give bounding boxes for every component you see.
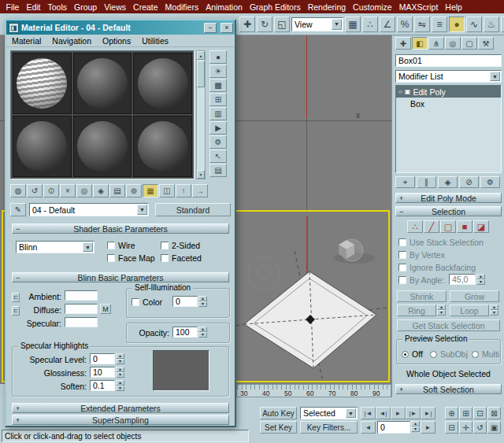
faceted-checkbox[interactable]: Faceted bbox=[161, 253, 202, 263]
stack-row-box[interactable]: Box bbox=[396, 98, 501, 109]
ambient-color-swatch[interactable] bbox=[65, 290, 98, 301]
object-name-field[interactable]: Box01 bbox=[395, 54, 502, 67]
self-illum-spinner[interactable]: ▴ ▾ bbox=[198, 296, 207, 307]
scroll-up-icon[interactable]: ▲ bbox=[197, 51, 205, 60]
ring-spinner[interactable]: ▴ ▾ bbox=[437, 305, 446, 316]
use-stack-selection-checkbox[interactable]: Use Stack Selection bbox=[398, 238, 484, 247]
make-unique-icon[interactable]: ◈ bbox=[93, 184, 109, 198]
reference-coordinate-dropdown[interactable]: View ▼ bbox=[291, 17, 343, 31]
checkbox[interactable] bbox=[398, 251, 406, 259]
stack-row-edit-poly[interactable]: ○ ▣ Edit Poly bbox=[396, 86, 501, 98]
sample-slot[interactable] bbox=[73, 116, 132, 177]
goto-start-icon[interactable]: |◄ bbox=[361, 407, 376, 419]
grow-button[interactable]: Grow bbox=[450, 290, 499, 302]
utilities-tab-icon[interactable]: ⚒ bbox=[478, 37, 494, 50]
radio[interactable] bbox=[430, 351, 437, 358]
motion-tab-icon[interactable]: ◎ bbox=[445, 37, 461, 50]
lock-ambient-diffuse-icon[interactable]: ⊏ bbox=[12, 293, 20, 302]
by-vertex-checkbox[interactable]: By Vertex bbox=[398, 250, 445, 260]
next-frame-icon[interactable]: ► bbox=[421, 421, 435, 434]
menu-views[interactable]: Views bbox=[101, 2, 130, 12]
rollout-soft-selection[interactable]: + Soft Selection bbox=[395, 384, 502, 394]
spinner-up-icon[interactable]: ▴ bbox=[116, 367, 124, 372]
vertex-mode-icon[interactable]: ∴ bbox=[407, 220, 423, 233]
rollout-blinn-basic[interactable]: − Blinn Basic Parameters bbox=[12, 272, 229, 282]
selection-set-dropdown[interactable]: Selected ▼ bbox=[300, 407, 358, 419]
goto-end-icon[interactable]: ►| bbox=[421, 407, 435, 419]
material-name-dropdown[interactable]: 04 - Default ▼ bbox=[29, 203, 149, 216]
scroll-down-icon[interactable]: ▼ bbox=[197, 170, 205, 179]
lock-diffuse-specular-icon[interactable]: ⊏ bbox=[12, 306, 20, 316]
wire-checkbox[interactable]: Wire bbox=[107, 241, 135, 250]
move-icon[interactable]: ✚ bbox=[239, 17, 255, 32]
go-to-parent-icon[interactable]: ↑ bbox=[176, 184, 191, 198]
quick-render-icon[interactable]: ♨ bbox=[501, 17, 504, 32]
modifier-stack[interactable]: ○ ▣ Edit Poly Box bbox=[395, 85, 502, 173]
material-navigator-icon[interactable]: ▤ bbox=[209, 164, 227, 177]
rollout-shader-basic[interactable]: − Shader Basic Parameters bbox=[12, 223, 229, 234]
sample-slot[interactable] bbox=[73, 53, 132, 114]
pan-icon[interactable]: ✛ bbox=[459, 421, 472, 434]
make-copy-icon[interactable]: ◎ bbox=[76, 184, 92, 198]
material-editor-icon[interactable]: ● bbox=[449, 17, 465, 32]
sample-tiling-icon[interactable]: ⊞ bbox=[209, 93, 227, 106]
preview-off-radio[interactable]: Off bbox=[402, 349, 423, 359]
chevron-down-icon[interactable]: ▼ bbox=[332, 19, 342, 30]
close-icon[interactable]: × bbox=[220, 23, 233, 33]
menu-help[interactable]: Help bbox=[442, 2, 466, 12]
sample-slot-active[interactable] bbox=[13, 53, 72, 114]
specular-color-swatch[interactable] bbox=[65, 317, 98, 327]
menu-modifiers[interactable]: Modifiers bbox=[161, 2, 202, 12]
chevron-down-icon[interactable]: ▼ bbox=[137, 205, 147, 215]
opacity-spinner[interactable]: ▴ ▾ bbox=[198, 327, 207, 338]
sample-type-icon[interactable]: ● bbox=[209, 50, 227, 64]
glossiness-spinner[interactable]: ▴ ▾ bbox=[116, 367, 124, 378]
menu-create[interactable]: Create bbox=[130, 2, 162, 12]
preview-multi-radio[interactable]: Multi bbox=[472, 349, 499, 359]
minimize-icon[interactable]: − bbox=[204, 23, 217, 33]
modify-tab-icon[interactable]: ◧ bbox=[412, 37, 428, 50]
zoom-extents-icon[interactable]: ⊡ bbox=[473, 407, 487, 419]
loop-spinner[interactable]: ▴ ▾ bbox=[490, 305, 498, 316]
get-stack-selection-button[interactable]: Get Stack Selection bbox=[397, 319, 500, 331]
material-type-button[interactable]: Standard bbox=[155, 203, 231, 216]
go-forward-icon[interactable]: → bbox=[192, 184, 208, 198]
checkbox[interactable] bbox=[161, 242, 169, 249]
ignore-backfacing-checkbox[interactable]: Ignore Backfacing bbox=[398, 263, 476, 272]
menu-rendering[interactable]: Rendering bbox=[304, 2, 349, 12]
specular-level-field[interactable]: 0 bbox=[90, 353, 115, 364]
zoom-all-icon[interactable]: ⊞ bbox=[459, 407, 472, 419]
specular-level-spinner[interactable]: ▴ ▾ bbox=[116, 353, 124, 364]
pick-material-eyedropper-icon[interactable]: ✎ bbox=[10, 203, 26, 216]
menu-edit[interactable]: Edit bbox=[23, 2, 44, 12]
render-setup-icon[interactable]: ♨ bbox=[484, 17, 499, 32]
sample-scrollbar[interactable]: ▲ ▼ bbox=[196, 50, 206, 179]
menu-options[interactable]: Options bbox=[97, 36, 136, 46]
align-icon[interactable]: ≡ bbox=[432, 17, 447, 32]
spinner-down-icon[interactable]: ▾ bbox=[437, 310, 446, 316]
spinner-down-icon[interactable]: ▾ bbox=[198, 332, 207, 338]
menu-animation[interactable]: Animation bbox=[202, 2, 246, 12]
prev-key-icon[interactable]: ◄| bbox=[376, 407, 391, 419]
menu-group[interactable]: Group bbox=[71, 2, 101, 12]
spinner-up-icon[interactable]: ▴ bbox=[116, 380, 124, 386]
next-key-icon[interactable]: |► bbox=[406, 407, 421, 419]
video-color-check-icon[interactable]: ▥ bbox=[209, 107, 227, 120]
spinner-down-icon[interactable]: ▾ bbox=[476, 279, 485, 285]
bulb-icon[interactable]: ○ bbox=[398, 88, 402, 95]
frame-spinner[interactable]: ▴ ▾ bbox=[411, 421, 420, 432]
sample-slot[interactable] bbox=[13, 116, 72, 177]
assign-to-selection-icon[interactable]: ⊙ bbox=[43, 184, 59, 198]
chevron-down-icon[interactable]: ▼ bbox=[490, 72, 500, 81]
play-icon[interactable]: ► bbox=[391, 407, 406, 419]
scroll-thumb[interactable] bbox=[197, 61, 205, 87]
sample-slot[interactable] bbox=[133, 53, 192, 114]
percent-snap-icon[interactable]: % bbox=[397, 17, 413, 32]
configure-sets-icon[interactable]: ⚙ bbox=[480, 176, 500, 188]
select-by-material-icon[interactable]: ↖ bbox=[209, 150, 227, 163]
reset-map-icon[interactable]: × bbox=[60, 184, 76, 198]
mirror-icon[interactable]: ⇋ bbox=[414, 17, 430, 32]
current-frame-field[interactable]: 0 bbox=[377, 421, 410, 434]
spinner-up-icon[interactable]: ▴ bbox=[116, 353, 124, 359]
checkbox[interactable] bbox=[107, 242, 115, 249]
